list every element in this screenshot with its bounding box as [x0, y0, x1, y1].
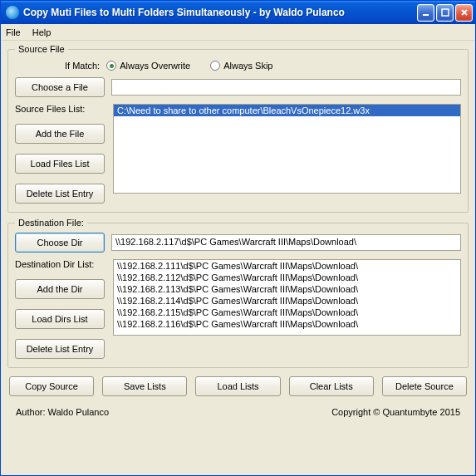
radio-overwrite-label: Always Overwrite [120, 61, 190, 71]
source-files-listbox[interactable]: C:\Need to share to other computer\Bleac… [113, 104, 461, 194]
dest-legend: Destination File: [15, 218, 87, 228]
save-lists-button[interactable]: Save Lists [102, 376, 187, 396]
source-list-label: Source Files List: [15, 104, 105, 114]
choose-file-button[interactable]: Choose a File [15, 77, 105, 97]
list-item[interactable]: \\192.168.2.113\d$\PC Games\Warcraft III… [114, 283, 460, 295]
svg-rect-1 [442, 9, 449, 16]
source-legend: Source File [15, 44, 68, 54]
menubar: File Help [1, 24, 475, 41]
source-file-input[interactable] [111, 79, 461, 96]
clear-lists-button[interactable]: Clear Lists [289, 376, 374, 396]
delete-source-entry-button[interactable]: Delete List Entry [15, 184, 105, 204]
add-file-button[interactable]: Add the File [15, 124, 105, 144]
source-file-group: Source File If Match: Always Overwrite A… [7, 44, 469, 213]
radio-skip[interactable]: Always Skip [210, 61, 272, 71]
minimize-button[interactable] [417, 4, 434, 22]
dest-list-label: Destination Dir List: [15, 259, 105, 269]
radio-overwrite-dot [106, 61, 116, 71]
load-lists-button[interactable]: Load Lists [195, 376, 280, 396]
copyright-label: Copyright © Quantumbyte 2015 [331, 407, 460, 417]
copy-source-button[interactable]: Copy Source [9, 376, 94, 396]
radio-skip-dot [210, 61, 220, 71]
menu-help[interactable]: Help [32, 27, 52, 37]
dest-dir-input[interactable]: \\192.168.2.117\d$\PC Games\Warcraft III… [111, 234, 461, 251]
radio-skip-label: Always Skip [223, 61, 272, 71]
bottom-toolbar: Copy Source Save Lists Load Lists Clear … [7, 373, 469, 400]
list-item[interactable]: \\192.168.2.112\d$\PC Games\Warcraft III… [114, 272, 460, 283]
destination-group: Destination File: Choose Dir \\192.168.2… [7, 218, 469, 368]
delete-dest-entry-button[interactable]: Delete List Entry [15, 339, 105, 359]
load-files-button[interactable]: Load Files List [15, 154, 105, 174]
menu-file[interactable]: File [6, 27, 21, 37]
load-dirs-button[interactable]: Load Dirs List [15, 309, 105, 329]
add-dir-button[interactable]: Add the Dir [15, 279, 105, 299]
close-button[interactable] [455, 4, 473, 22]
app-window: Copy Muti Files to Multi Folders Simulta… [0, 0, 476, 476]
delete-source-button[interactable]: Delete Source [382, 376, 467, 396]
footer: Author: Waldo Pulanco Copyright © Quantu… [7, 405, 469, 421]
list-item[interactable]: \\192.168.2.116\d$\PC Games\Warcraft III… [114, 318, 460, 330]
list-item[interactable]: C:\Need to share to other computer\Bleac… [114, 105, 460, 116]
choose-dir-button[interactable]: Choose Dir [15, 233, 105, 253]
titlebar[interactable]: Copy Muti Files to Multi Folders Simulta… [1, 1, 475, 24]
radio-overwrite[interactable]: Always Overwrite [106, 61, 190, 71]
maximize-button[interactable] [436, 4, 454, 22]
list-item[interactable]: \\192.168.2.111\d$\PC Games\Warcraft III… [114, 260, 460, 272]
list-item[interactable]: \\192.168.2.114\d$\PC Games\Warcraft III… [114, 295, 460, 307]
author-label: Author: Waldo Pulanco [16, 407, 109, 417]
dest-dirs-listbox[interactable]: \\192.168.2.111\d$\PC Games\Warcraft III… [113, 259, 461, 336]
if-match-label: If Match: [65, 61, 100, 71]
svg-rect-0 [423, 14, 429, 16]
list-item[interactable]: \\192.168.2.115\d$\PC Games\Warcraft III… [114, 307, 460, 318]
app-icon [6, 6, 19, 19]
window-title: Copy Muti Files to Multi Folders Simulta… [23, 7, 417, 18]
